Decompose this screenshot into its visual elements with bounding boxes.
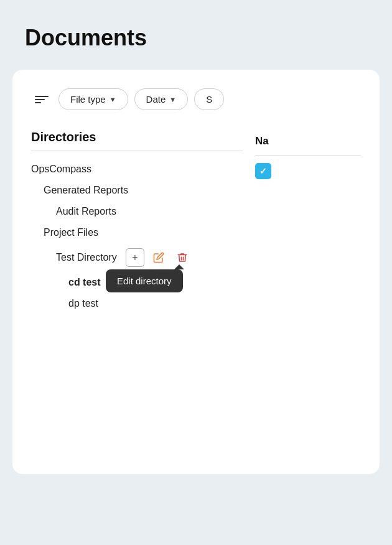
directory-item-dp-test[interactable]: dp test xyxy=(31,293,243,314)
date-filter-button[interactable]: Date ▼ xyxy=(134,88,189,110)
directory-item-generated-reports[interactable]: Generated Reports xyxy=(31,180,243,201)
directories-panel: Directories OpsCompass Generated Reports… xyxy=(31,130,243,314)
edit-directory-button[interactable] xyxy=(149,248,168,267)
edit-directory-tooltip: Edit directory xyxy=(106,269,183,292)
directory-item-project-files[interactable]: Project Files xyxy=(31,222,243,243)
trash-icon xyxy=(177,252,188,263)
right-panel-heading: Na xyxy=(255,130,361,156)
add-subdirectory-button[interactable]: + xyxy=(126,248,144,267)
file-type-filter-button[interactable]: File type ▼ xyxy=(58,88,128,110)
directory-item-opscompass[interactable]: OpsCompass xyxy=(31,159,243,180)
page-header: Documents xyxy=(0,0,392,63)
directories-heading: Directories xyxy=(31,130,243,151)
directory-item-audit-reports[interactable]: Audit Reports xyxy=(31,201,243,222)
filter-icon[interactable] xyxy=(31,92,52,107)
directory-item-test-directory[interactable]: Test Directory + xyxy=(31,243,243,272)
content-area: Directories OpsCompass Generated Reports… xyxy=(31,130,361,314)
checkbox-selected[interactable] xyxy=(255,163,271,179)
page-title: Documents xyxy=(25,25,367,51)
chevron-down-icon: ▼ xyxy=(110,96,116,103)
main-card: File type ▼ Date ▼ S Directories OpsComp… xyxy=(12,70,380,474)
status-filter-button[interactable]: S xyxy=(194,88,224,110)
edit-icon xyxy=(153,252,164,263)
filter-bar: File type ▼ Date ▼ S xyxy=(31,88,361,110)
chevron-down-icon: ▼ xyxy=(169,96,176,103)
right-panel: Na xyxy=(243,130,361,314)
